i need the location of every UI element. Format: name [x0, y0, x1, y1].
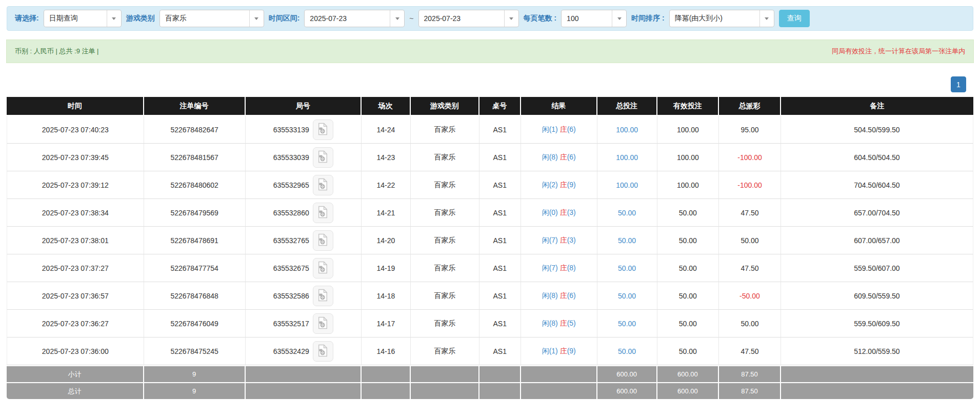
time-range-label: 时间区间:: [269, 14, 300, 23]
bet-time-cell: 2025-07-23 07:38:01: [7, 227, 144, 254]
video-replay-button[interactable]: [313, 230, 333, 251]
grand-total-empty-result: [521, 382, 597, 399]
game-category-cell: 百家乐: [411, 337, 479, 365]
remark-cell: 609.50/559.50: [781, 282, 973, 310]
grand-total-label: 总计: [7, 382, 144, 399]
total-bet-link[interactable]: 50.00: [618, 236, 636, 245]
session-cell: 14-19: [362, 254, 411, 282]
total-bet-link[interactable]: 50.00: [618, 320, 636, 328]
total-bet-cell: 50.00: [597, 254, 657, 282]
total-bet-link[interactable]: 50.00: [618, 264, 636, 272]
table-number-cell: AS1: [479, 282, 521, 310]
result-cell: 闲(1) 庄(6): [521, 116, 597, 144]
game-category-select[interactable]: 百家乐: [159, 10, 264, 27]
result-cell: 闲(1) 庄(9): [521, 337, 597, 365]
bet-records-page: { "filter_bar": { "select_label": "请选择:"…: [0, 0, 980, 417]
video-replay-button[interactable]: [313, 203, 333, 223]
result-banker: 庄: [560, 319, 567, 327]
subtotal-label: 小计: [7, 365, 144, 382]
time-sort-select[interactable]: 降冪(由大到小): [669, 10, 774, 27]
round-cell: 635532965: [246, 171, 362, 199]
date-to-value: 2025-07-23: [419, 10, 504, 27]
col-header-payout: 总派彩: [719, 97, 781, 116]
video-file-icon: [317, 344, 328, 359]
bet-id-cell: 522678477754: [144, 254, 246, 282]
chevron-down-icon: [759, 10, 774, 27]
valid-bet-cell: 100.00: [657, 171, 719, 199]
video-file-icon: [317, 150, 328, 165]
video-replay-button[interactable]: [313, 147, 333, 168]
result-player: 闲(8): [542, 291, 558, 300]
table-number-cell: AS1: [479, 310, 521, 337]
valid-bet-cell: 50.00: [657, 199, 719, 227]
result-banker: 庄: [560, 181, 567, 189]
total-bet-link[interactable]: 50.00: [618, 292, 636, 300]
result-player: 闲(1): [542, 347, 558, 355]
table-number-cell: AS1: [479, 116, 521, 144]
result-cell: 闲(8) 庄(6): [521, 282, 597, 310]
table-header-row: 时间 注单编号 局号 场次 游戏类别 桌号 结果 总投注 有效投注 总派彩 备注: [7, 97, 973, 116]
page-1-button[interactable]: 1: [951, 76, 966, 92]
video-file-icon: [317, 261, 328, 275]
search-button[interactable]: 查询: [779, 10, 810, 27]
total-bet-cell: 50.00: [597, 337, 657, 365]
bet-table-body: 2025-07-23 07:40:23522678482647635533139…: [7, 116, 973, 365]
bet-time-cell: 2025-07-23 07:38:34: [7, 199, 144, 227]
grand-total-empty-session: [362, 382, 411, 399]
time-sort-value: 降冪(由大到小): [670, 10, 759, 27]
result-player: 闲(1): [542, 125, 558, 133]
session-cell: 14-18: [362, 282, 411, 310]
table-row: 2025-07-23 07:36:27522678476049635532517…: [7, 310, 973, 337]
page-size-value: 100: [562, 10, 612, 27]
video-replay-button[interactable]: [313, 313, 333, 334]
video-replay-button[interactable]: [313, 120, 333, 140]
result-banker: 庄: [560, 125, 567, 133]
result-banker-points: (9): [567, 347, 576, 355]
payout-cell: -50.00: [719, 282, 781, 310]
result-player: 闲(2): [542, 181, 558, 189]
table-number-cell: AS1: [479, 199, 521, 227]
game-category-cell: 百家乐: [411, 144, 479, 171]
valid-bet-cell: 50.00: [657, 227, 719, 254]
date-from-select[interactable]: 2025-07-23: [304, 10, 405, 27]
payout-cell: 47.50: [719, 199, 781, 227]
video-replay-button[interactable]: [313, 175, 333, 195]
round-number: 635532429: [273, 347, 309, 355]
result-player: 闲(8): [542, 319, 558, 327]
result-banker: 庄: [560, 208, 567, 216]
table-number-cell: AS1: [479, 337, 521, 365]
col-header-valid-bet: 有效投注: [657, 97, 719, 116]
result-banker: 庄: [560, 236, 567, 244]
payout-cell: 50.00: [719, 227, 781, 254]
date-to-select[interactable]: 2025-07-23: [418, 10, 519, 27]
result-player: 闲(7): [542, 236, 558, 244]
total-bet-link[interactable]: 100.00: [616, 181, 638, 189]
total-bet-link[interactable]: 100.00: [616, 126, 638, 134]
grand-total-count: 9: [144, 382, 246, 399]
date-from-value: 2025-07-23: [305, 10, 390, 27]
round-number: 635533039: [273, 153, 309, 162]
grand-total-empty-round: [246, 382, 362, 399]
subtotal-empty-table: [479, 365, 521, 382]
col-header-bet-id: 注单编号: [144, 97, 246, 116]
game-category-cell: 百家乐: [411, 282, 479, 310]
grand-total-empty-table: [479, 382, 521, 399]
game-category-value: 百家乐: [160, 10, 249, 27]
video-replay-button[interactable]: [313, 258, 333, 279]
total-bet-link[interactable]: 50.00: [618, 347, 636, 355]
round-cell: 635532517: [246, 310, 362, 337]
total-bet-link[interactable]: 100.00: [616, 153, 638, 162]
bet-time-cell: 2025-07-23 07:36:00: [7, 337, 144, 365]
video-replay-button[interactable]: [313, 341, 333, 362]
result-banker-points: (6): [567, 291, 576, 300]
page-size-select[interactable]: 100: [561, 10, 627, 27]
query-type-select[interactable]: 日期查询: [44, 10, 122, 27]
total-bet-link[interactable]: 50.00: [618, 209, 636, 217]
grand-total-empty-game: [411, 382, 479, 399]
total-bet-cell: 100.00: [597, 144, 657, 171]
grand-total-empty-remark: [781, 382, 973, 399]
grand-total-payout: 87.50: [719, 382, 781, 399]
col-header-time: 时间: [7, 97, 144, 116]
result-banker-points: (6): [567, 153, 576, 161]
video-replay-button[interactable]: [313, 286, 333, 306]
